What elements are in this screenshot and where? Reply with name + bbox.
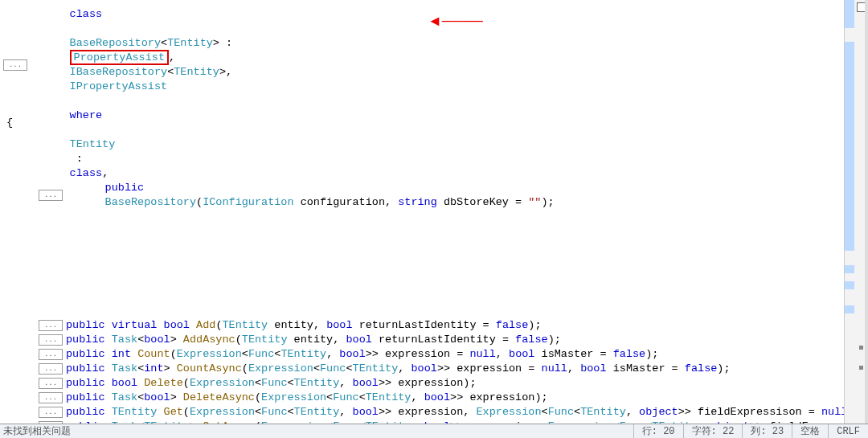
- fold-box-icon[interactable]: ...: [39, 407, 63, 418]
- status-char[interactable]: 字符: 22: [683, 424, 743, 438]
- fold-box-icon[interactable]: ...: [39, 392, 63, 403]
- type-tentity: TEntity: [167, 37, 213, 49]
- fold-box-icon[interactable]: ...: [39, 349, 63, 360]
- fold-box-icon[interactable]: ...: [3, 59, 27, 71]
- code-line-decl[interactable]: ... public abstract class BaseRepository…: [0, 58, 844, 72]
- annotation-arrow-icon: ◄────: [428, 16, 483, 26]
- status-row[interactable]: 行: 20: [633, 424, 683, 438]
- method-line-get[interactable]: ...public TEntity Get(Expression<Func<TE…: [0, 405, 844, 420]
- fold-box-icon[interactable]: ...: [39, 190, 63, 201]
- blank-line: [0, 246, 844, 260]
- ruler-mark: [845, 42, 854, 251]
- method-line-countAsync[interactable]: ...public Task<int> CountAsync(Expressio…: [0, 362, 844, 376]
- status-issues[interactable]: 未找到相关问题: [0, 424, 71, 439]
- type-ibaserepository: IBaseRepository: [70, 66, 168, 78]
- ruler-mark: [845, 281, 854, 289]
- keyword-class: class: [70, 8, 103, 20]
- ruler-mark: [845, 305, 854, 313]
- method-line-addAsync[interactable]: ...public Task<bool> AddAsync(TEntity en…: [0, 333, 844, 347]
- method-line-count[interactable]: ...public int Count(Expression<Func<TEnt…: [0, 347, 844, 362]
- status-bar: 未找到相关问题 行: 20 字符: 22 列: 23 空格 CRLF: [0, 424, 868, 438]
- status-col[interactable]: 列: 23: [742, 424, 792, 438]
- method-line-delete[interactable]: ...public bool Delete(Expression<Func<TE…: [0, 376, 844, 391]
- fold-box-icon[interactable]: ...: [39, 320, 63, 331]
- panel-resize-handle[interactable]: [865, 0, 868, 438]
- fold-box-icon[interactable]: ...: [39, 378, 63, 389]
- ruler-dot: [859, 346, 863, 350]
- status-encoding[interactable]: CRLF: [828, 424, 868, 438]
- type-ipropertyassist: IPropertyAssist: [70, 80, 168, 92]
- code-editor[interactable]: ... public abstract class BaseRepository…: [0, 0, 844, 424]
- type-baserepository: BaseRepository: [70, 37, 161, 49]
- status-tabs[interactable]: 空格: [792, 424, 828, 438]
- fold-box-icon[interactable]: ...: [39, 363, 63, 375]
- method-line-deleteAsync[interactable]: ...public Task<bool> DeleteAsync(Express…: [0, 391, 844, 405]
- method-line-add[interactable]: ...public virtual bool Add(TEntity entit…: [0, 318, 844, 333]
- ctor-line[interactable]: ... public BaseRepository(IConfiguration…: [0, 188, 844, 203]
- ruler-dot: [859, 366, 863, 370]
- type-propertyassist-highlighted: PropertyAssist: [70, 50, 169, 65]
- ruler-mark: [845, 0, 854, 28]
- ruler-mark: [845, 265, 854, 273]
- fold-box-icon[interactable]: ...: [39, 334, 63, 346]
